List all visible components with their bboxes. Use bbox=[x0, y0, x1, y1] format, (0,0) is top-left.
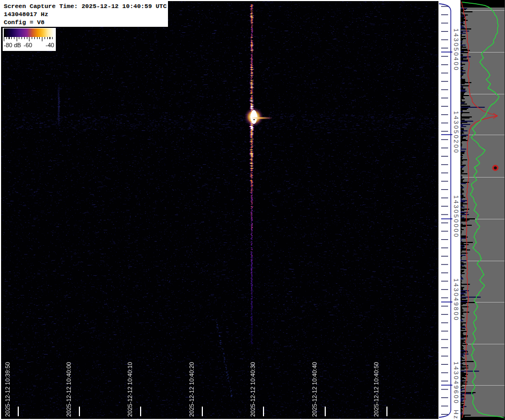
capture-time-text: Screen Capture Time: 2025-12-12 10:40:59… bbox=[4, 2, 168, 10]
time-label: 2025-12-12 10:40:10 bbox=[127, 362, 133, 417]
colorbar-label-max: -40 bbox=[46, 42, 54, 48]
time-label: 2025-12-12 10:40:30 bbox=[250, 362, 256, 417]
spectrum-analyzer-panel bbox=[460, 0, 505, 420]
frequency-label: 143050000 bbox=[453, 195, 459, 238]
colorbar-gradient bbox=[4, 28, 54, 37]
frequency-label: 143050200 bbox=[453, 111, 459, 154]
time-tick bbox=[386, 407, 387, 416]
time-tick bbox=[202, 407, 203, 416]
colorbar-ticks bbox=[4, 37, 54, 42]
colorbar-legend: -80 dB -60 -40 bbox=[3, 28, 56, 51]
time-tick bbox=[140, 407, 141, 416]
window-border-top bbox=[0, 0, 460, 1]
frequency-label: 143049800 bbox=[453, 278, 459, 321]
screen-capture-window: 2025-12-12 10:39:502025-12-12 10:40:0020… bbox=[0, 0, 505, 420]
frequency-label: 143049600 bbox=[453, 362, 459, 404]
window-border-left bbox=[0, 0, 1, 420]
time-tick bbox=[18, 407, 19, 416]
config-text: Config = V8 bbox=[4, 18, 168, 26]
time-label: 2025-12-12 10:40:50 bbox=[373, 362, 379, 417]
frequency-label: 143050400 bbox=[453, 28, 459, 71]
colorbar-label-mid: -60 bbox=[24, 42, 32, 48]
time-label: 2025-12-12 10:40:20 bbox=[188, 362, 195, 417]
center-frequency-text: 143048017 Hz bbox=[4, 10, 168, 18]
time-tick bbox=[79, 407, 80, 416]
colorbar-minor-ticks bbox=[4, 37, 54, 39]
time-label: 2025-12-12 10:39:50 bbox=[4, 362, 11, 417]
colorbar-labels: -80 dB -60 -40 bbox=[4, 42, 54, 49]
time-label: 2025-12-12 10:40:40 bbox=[311, 362, 318, 417]
colorbar-label-min: -80 dB bbox=[4, 42, 21, 48]
time-tick bbox=[263, 407, 264, 416]
time-label: 2025-12-12 10:40:00 bbox=[65, 362, 72, 417]
spectrogram-waterfall bbox=[1, 1, 438, 419]
capture-info-box: Screen Capture Time: 2025-12-12 10:40:59… bbox=[1, 1, 168, 27]
time-tick bbox=[325, 407, 326, 416]
